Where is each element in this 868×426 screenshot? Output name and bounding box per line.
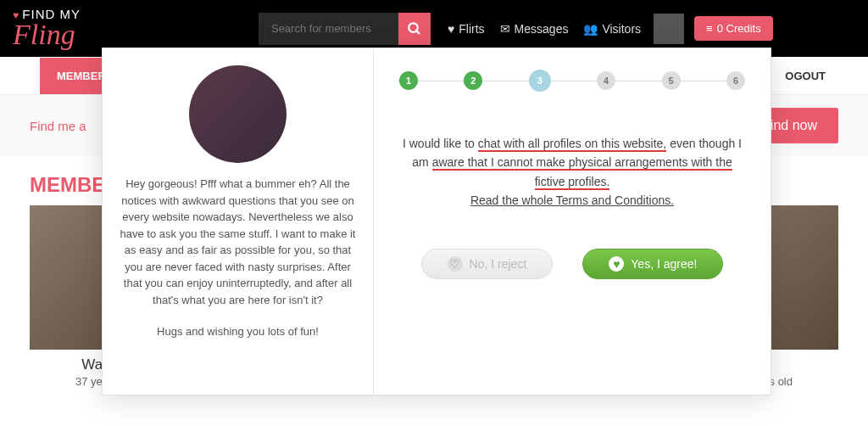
heart-icon: ♥ bbox=[609, 256, 624, 272]
search-wrap bbox=[259, 13, 431, 45]
step-5: 5 bbox=[662, 71, 681, 90]
search-button[interactable] bbox=[398, 13, 431, 45]
agree-button[interactable]: ♥ Yes, I agree! bbox=[582, 249, 723, 279]
step-4: 4 bbox=[597, 71, 615, 90]
logout-link[interactable]: OGOUT bbox=[785, 70, 826, 82]
agree-label: Yes, I agree! bbox=[631, 257, 697, 271]
modal-right-panel: 1 2 3 4 5 6 I would like to chat with al… bbox=[374, 48, 771, 395]
nav-messages[interactable]: ✉ Messages bbox=[500, 22, 569, 36]
heart-icon: ♥ bbox=[448, 22, 454, 36]
onboarding-modal: Hey gorgeous! Pfff what a bummer eh? All… bbox=[102, 48, 771, 395]
reject-button[interactable]: ♡ No, I reject bbox=[421, 249, 554, 279]
step-2[interactable]: 2 bbox=[464, 71, 482, 90]
nav-flirts-label: Flirts bbox=[459, 22, 484, 36]
svg-point-0 bbox=[409, 23, 418, 32]
svg-line-1 bbox=[416, 31, 420, 34]
modal-left-panel: Hey gorgeous! Pfff what a bummer eh? All… bbox=[103, 48, 374, 395]
people-icon: 👥 bbox=[583, 22, 598, 36]
nav-visitors-label: Visitors bbox=[602, 22, 641, 36]
consent-underlined-1: chat with all profiles on this website, bbox=[478, 137, 667, 152]
step-1[interactable]: 1 bbox=[399, 71, 418, 90]
step-6: 6 bbox=[726, 71, 745, 90]
credits-label: 0 Credits bbox=[717, 22, 761, 35]
nav-visitors[interactable]: 👥 Visitors bbox=[583, 22, 641, 36]
consent-pre: I would like to bbox=[403, 137, 478, 150]
step-3[interactable]: 3 bbox=[529, 70, 551, 92]
terms-link[interactable]: Read the whole Terms and Conditions. bbox=[470, 193, 674, 207]
broken-heart-icon: ♡ bbox=[448, 256, 463, 272]
logo-line2: Fling bbox=[13, 19, 75, 50]
consent-text: I would like to chat with all profiles o… bbox=[399, 134, 745, 210]
logo[interactable]: ♥ FIND MY Fling bbox=[13, 8, 81, 49]
modal-intro-text: Hey gorgeous! Pfff what a bummer eh? All… bbox=[120, 176, 356, 308]
button-row: ♡ No, I reject ♥ Yes, I agree! bbox=[399, 249, 745, 279]
consent-underlined-2: aware that I cannot make physical arrang… bbox=[432, 155, 732, 189]
reject-label: No, I reject bbox=[470, 257, 527, 271]
find-me-label: Find me a bbox=[30, 119, 86, 133]
avatar[interactable] bbox=[654, 14, 684, 44]
stepper: 1 2 3 4 5 6 bbox=[399, 70, 745, 92]
search-input[interactable] bbox=[259, 13, 398, 45]
modal-signoff-text: Hugs and wishing you lots of fun! bbox=[120, 323, 356, 340]
coins-icon: ≡ bbox=[706, 22, 713, 35]
nav-messages-label: Messages bbox=[515, 22, 569, 36]
search-icon bbox=[407, 21, 422, 36]
nav-flirts[interactable]: ♥ Flirts bbox=[448, 22, 485, 36]
nav-items: ♥ Flirts ✉ Messages 👥 Visitors bbox=[448, 22, 641, 36]
envelope-icon: ✉ bbox=[500, 22, 510, 36]
host-avatar bbox=[189, 65, 287, 163]
credits-button[interactable]: ≡ 0 Credits bbox=[694, 16, 773, 41]
